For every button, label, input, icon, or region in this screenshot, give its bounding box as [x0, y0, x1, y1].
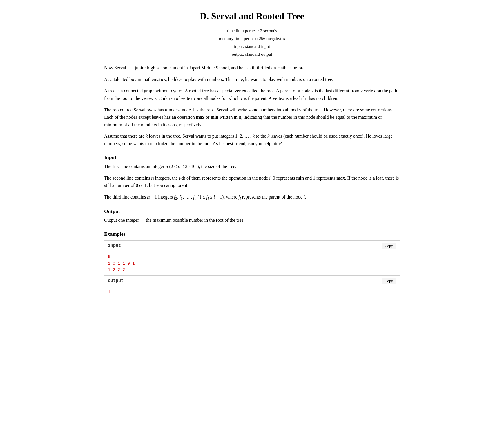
- example-output-label: output: [108, 277, 124, 284]
- input-paragraph-3: The third line contains n − 1 integers f…: [104, 193, 400, 202]
- paragraph-3: A tree is a connected graph without cycl…: [104, 87, 400, 102]
- input-paragraph-2: The second line contains n integers, the…: [104, 174, 400, 189]
- input-type: input: standard input: [104, 43, 400, 51]
- example-input-copy-button[interactable]: Copy: [382, 243, 396, 249]
- example-output-code: 1: [104, 286, 400, 297]
- example-output-block: output Copy 1: [104, 276, 400, 298]
- example-input-block: input Copy 6 1 0 1 1 0 1 1 2 2 2: [104, 240, 400, 276]
- time-limit: time limit per test: 2 seconds: [104, 27, 400, 35]
- paragraph-4: The rooted tree Serval owns has n nodes,…: [104, 106, 400, 129]
- examples-title: Examples: [104, 230, 400, 238]
- example-output-header: output Copy: [104, 276, 400, 286]
- paragraph-5: Assume that there are k leaves in the tr…: [104, 132, 400, 147]
- input-paragraph-1: The first line contains an integer n (2 …: [104, 163, 400, 170]
- memory-limit: memory limit per test: 256 megabytes: [104, 35, 400, 43]
- example-input-header: input Copy: [104, 241, 400, 251]
- example-output-copy-button[interactable]: Copy: [382, 278, 396, 284]
- output-type: output: standard output: [104, 51, 400, 58]
- problem-meta: time limit per test: 2 seconds memory li…: [104, 27, 400, 58]
- example-input-code: 6 1 0 1 1 0 1 1 2 2 2: [104, 251, 400, 275]
- paragraph-2: As a talented boy in mathematics, he lik…: [104, 76, 400, 83]
- paragraph-1: Now Serval is a junior high school stude…: [104, 64, 400, 72]
- input-section-title: Input: [104, 153, 400, 161]
- output-section-title: Output: [104, 207, 400, 215]
- page-title: D. Serval and Rooted Tree: [104, 9, 400, 24]
- example-input-label: input: [108, 242, 121, 249]
- output-paragraph-1: Output one integer — the maximum possibl…: [104, 217, 400, 224]
